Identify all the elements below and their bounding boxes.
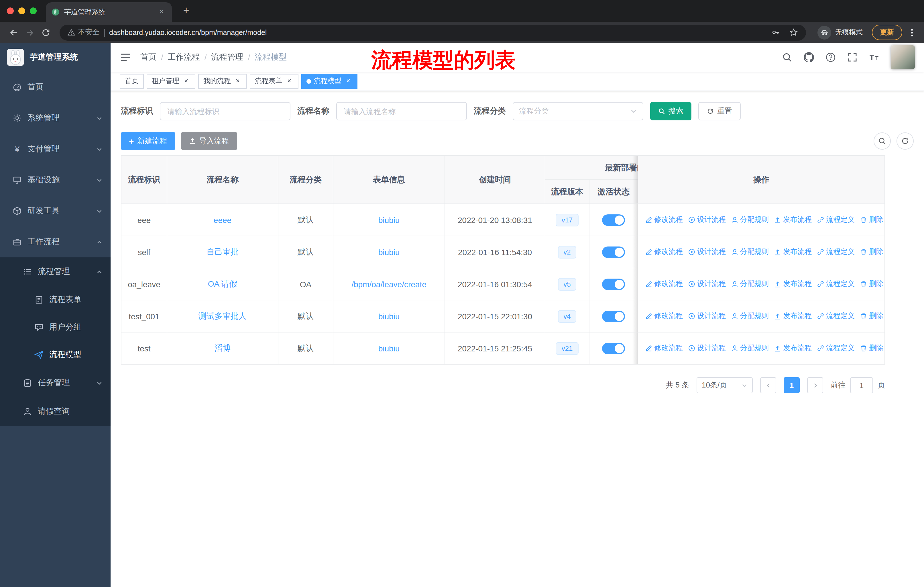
sidebar-item-infrastructure[interactable]: 基础设施 bbox=[0, 165, 111, 195]
action-publish-link[interactable]: 发布流程 bbox=[774, 279, 812, 289]
breadcrumb-item[interactable]: 首页 bbox=[140, 52, 157, 63]
action-publish-link[interactable]: 发布流程 bbox=[774, 343, 812, 353]
sidebar-item-home[interactable]: 首页 bbox=[0, 72, 111, 103]
search-button[interactable]: 搜索 bbox=[650, 102, 691, 121]
reload-button[interactable] bbox=[38, 24, 54, 40]
browser-tab[interactable]: 芋道管理系统 × bbox=[46, 2, 172, 22]
github-icon[interactable] bbox=[804, 52, 814, 63]
help-icon[interactable] bbox=[825, 52, 836, 63]
status-toggle[interactable] bbox=[602, 246, 625, 258]
sidebar-item-payment[interactable]: ¥ 支付管理 bbox=[0, 134, 111, 165]
status-toggle[interactable] bbox=[602, 214, 625, 226]
goto-page-input[interactable] bbox=[850, 377, 873, 393]
tag-close-icon[interactable]: × bbox=[285, 77, 293, 85]
action-publish-link[interactable]: 发布流程 bbox=[774, 215, 812, 225]
sidebar-item-dev-tools[interactable]: 研发工具 bbox=[0, 195, 111, 227]
reset-button[interactable]: 重置 bbox=[698, 102, 741, 121]
action-definition-link[interactable]: 流程定义 bbox=[817, 279, 855, 289]
tag-close-icon[interactable]: × bbox=[234, 77, 242, 85]
tag-close-icon[interactable]: × bbox=[344, 77, 352, 85]
action-edit-link[interactable]: 修改流程 bbox=[645, 247, 683, 257]
tag[interactable]: 流程模型 × bbox=[301, 74, 358, 89]
security-indicator[interactable]: 不安全 bbox=[68, 28, 99, 37]
page-size-select[interactable]: 10条/页 bbox=[696, 377, 753, 393]
action-definition-link[interactable]: 流程定义 bbox=[817, 247, 855, 257]
form-info-link[interactable]: biubiu bbox=[378, 247, 400, 256]
new-tab-button[interactable]: + bbox=[179, 3, 194, 18]
tag[interactable]: 我的流程 × bbox=[198, 74, 247, 89]
action-publish-link[interactable]: 发布流程 bbox=[774, 311, 812, 321]
action-delete-link[interactable]: 删除 bbox=[860, 215, 883, 225]
action-delete-link[interactable]: 删除 bbox=[860, 343, 883, 353]
status-toggle[interactable] bbox=[602, 278, 625, 290]
back-button[interactable] bbox=[6, 24, 22, 40]
action-assign-link[interactable]: 分配规则 bbox=[731, 247, 769, 257]
breadcrumb-item[interactable]: 工作流程 bbox=[168, 52, 200, 63]
sidebar-item-process-model[interactable]: 流程模型 bbox=[0, 341, 111, 369]
form-info-link[interactable]: biubiu bbox=[378, 215, 400, 225]
form-info-link[interactable]: /bpm/oa/leave/create bbox=[351, 279, 426, 289]
action-assign-link[interactable]: 分配规则 bbox=[731, 215, 769, 225]
tag-close-icon[interactable]: × bbox=[182, 77, 190, 85]
status-toggle[interactable] bbox=[602, 342, 625, 354]
model-name-input[interactable] bbox=[336, 102, 467, 121]
action-delete-link[interactable]: 删除 bbox=[860, 247, 883, 257]
breadcrumb-item[interactable]: 流程管理 bbox=[211, 52, 243, 63]
model-name-link[interactable]: 滔博 bbox=[214, 343, 231, 354]
sidebar-item-workflow[interactable]: 工作流程 bbox=[0, 227, 111, 257]
maximize-window-button[interactable] bbox=[30, 7, 37, 14]
form-info-link[interactable]: biubiu bbox=[378, 344, 400, 353]
action-design-link[interactable]: 设计流程 bbox=[688, 279, 726, 289]
forward-button[interactable] bbox=[22, 24, 38, 40]
font-size-icon[interactable]: TT bbox=[869, 52, 879, 63]
tag[interactable]: 流程表单 × bbox=[250, 74, 299, 89]
bookmark-star-icon[interactable] bbox=[789, 28, 798, 37]
action-design-link[interactable]: 设计流程 bbox=[688, 247, 726, 257]
model-name-link[interactable]: 测试多审批人 bbox=[198, 311, 247, 321]
sidebar-item-user-group[interactable]: 用户分组 bbox=[0, 314, 111, 341]
action-design-link[interactable]: 设计流程 bbox=[688, 215, 726, 225]
sidebar-item-process-form[interactable]: 流程表单 bbox=[0, 286, 111, 314]
action-edit-link[interactable]: 修改流程 bbox=[645, 279, 683, 289]
sidebar-item-system[interactable]: 系统管理 bbox=[0, 103, 111, 134]
action-design-link[interactable]: 设计流程 bbox=[688, 311, 726, 321]
sidebar-item-task-management[interactable]: 任务管理 bbox=[0, 369, 111, 397]
address-bar[interactable]: 不安全 dashboard.yudao.iocoder.cn/bpm/manag… bbox=[59, 24, 806, 40]
action-delete-link[interactable]: 删除 bbox=[860, 279, 883, 289]
model-id-input[interactable] bbox=[160, 102, 290, 121]
action-assign-link[interactable]: 分配规则 bbox=[731, 311, 769, 321]
action-definition-link[interactable]: 流程定义 bbox=[817, 343, 855, 353]
prev-page-button[interactable] bbox=[760, 377, 776, 393]
tag[interactable]: 租户管理 × bbox=[147, 74, 195, 89]
model-name-link[interactable]: 自己审批 bbox=[206, 247, 239, 257]
minimize-window-button[interactable] bbox=[18, 7, 25, 14]
create-process-button[interactable]: + 新建流程 bbox=[121, 132, 175, 150]
search-icon[interactable] bbox=[782, 52, 792, 63]
toggle-search-button[interactable] bbox=[874, 132, 891, 150]
form-info-link[interactable]: biubiu bbox=[378, 312, 400, 321]
sidebar-item-process-management[interactable]: 流程管理 bbox=[0, 257, 111, 286]
action-definition-link[interactable]: 流程定义 bbox=[817, 311, 855, 321]
password-key-icon[interactable] bbox=[772, 28, 780, 37]
action-assign-link[interactable]: 分配规则 bbox=[731, 343, 769, 353]
tab-close-icon[interactable]: × bbox=[157, 7, 166, 17]
category-select[interactable]: 流程分类 bbox=[513, 102, 643, 121]
refresh-table-button[interactable] bbox=[896, 132, 914, 150]
action-definition-link[interactable]: 流程定义 bbox=[817, 215, 855, 225]
model-name-link[interactable]: OA 请假 bbox=[208, 279, 238, 289]
browser-update-button[interactable]: 更新 bbox=[872, 25, 902, 40]
action-design-link[interactable]: 设计流程 bbox=[688, 343, 726, 353]
page-number-button[interactable]: 1 bbox=[784, 377, 800, 393]
tag[interactable]: 首页 bbox=[120, 74, 144, 89]
close-window-button[interactable] bbox=[7, 7, 14, 14]
action-edit-link[interactable]: 修改流程 bbox=[645, 311, 683, 321]
hamburger-icon[interactable] bbox=[120, 51, 131, 63]
action-assign-link[interactable]: 分配规则 bbox=[731, 279, 769, 289]
action-delete-link[interactable]: 删除 bbox=[860, 311, 883, 321]
import-process-button[interactable]: 导入流程 bbox=[181, 132, 237, 150]
action-edit-link[interactable]: 修改流程 bbox=[645, 215, 683, 225]
next-page-button[interactable] bbox=[807, 377, 823, 393]
model-name-link[interactable]: eeee bbox=[214, 215, 231, 225]
sidebar-item-leave-query[interactable]: 请假查询 bbox=[0, 397, 111, 426]
fullscreen-icon[interactable] bbox=[847, 52, 858, 63]
